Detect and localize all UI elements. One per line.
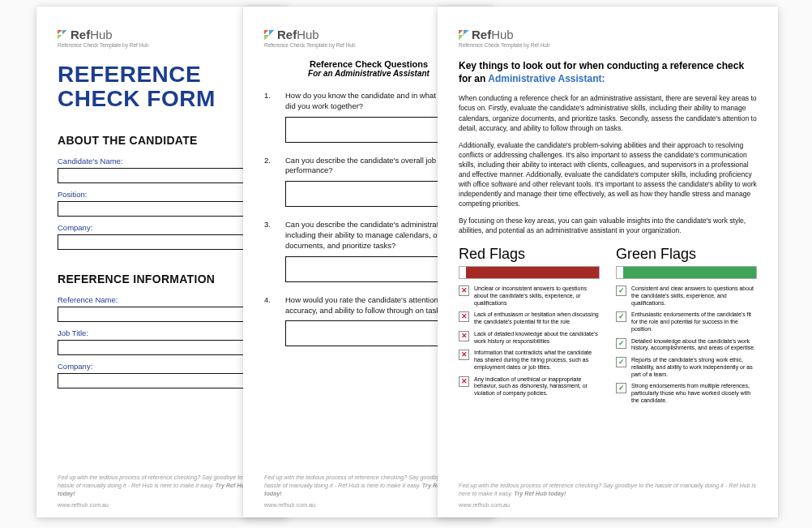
flag-item: ✓Reports of the candidate's strong work …	[616, 357, 757, 378]
guide-title: Key things to look out for when conducti…	[459, 59, 757, 85]
flag-text: Consistent and clear answers to question…	[631, 285, 757, 307]
x-icon: ✕	[459, 331, 469, 341]
brand-name-thin: Hub	[297, 28, 319, 41]
brand-logo: RefHub Reference Check Template by Ref H…	[58, 28, 267, 48]
x-icon: ✕	[459, 311, 469, 322]
green-bar	[616, 266, 757, 279]
flag-text: Enthusiastic endorsements of the candida…	[631, 311, 757, 333]
flag-text: Any indication of unethical or inappropr…	[474, 376, 600, 397]
x-icon: ✕	[459, 285, 469, 296]
flag-item: ✕Lack of enthusiasm or hesitation when d…	[459, 311, 600, 326]
brand-tagline: Reference Check Template by Ref Hub	[58, 42, 267, 48]
red-flags-column: Red Flags ✕Unclear or inconsistent answe…	[459, 244, 600, 410]
logo-icon	[264, 30, 274, 40]
question-number: 1.	[264, 91, 274, 112]
section-reference-info: REFERENCE INFORMATION	[58, 273, 267, 285]
flag-text: Detailed knowledge about the candidate's…	[631, 338, 757, 353]
field-label: Company:	[58, 223, 267, 232]
title-role: Administrative Assistant:	[488, 73, 605, 84]
guide-paragraph: When conducting a reference check for an…	[459, 93, 757, 132]
field-label: Reference Name:	[58, 295, 267, 304]
check-icon: ✓	[616, 338, 626, 349]
text-field[interactable]	[58, 168, 267, 183]
flag-item: ✕Information that contradicts what the c…	[459, 350, 600, 371]
logo-icon	[459, 30, 468, 40]
x-icon: ✕	[459, 350, 469, 360]
document-page-3: RefHub Reference Check Template by Ref H…	[438, 6, 778, 517]
brand-name-bold: Ref	[71, 28, 90, 41]
check-icon: ✓	[616, 357, 626, 367]
guide-paragraph: Additionally, evaluate the candidate's p…	[459, 140, 757, 208]
flag-text: Lack of enthusiasm or hesitation when di…	[474, 311, 600, 326]
flag-text: Lack of detailed knowledge about the can…	[474, 331, 600, 346]
brand-logo: RefHub Reference Check Template by Ref H…	[459, 28, 757, 48]
field-label: Position:	[58, 190, 267, 199]
red-bar	[459, 266, 600, 279]
field-label: Job Title:	[58, 328, 267, 337]
page-footer: Fed up with the tedious process of refer…	[58, 466, 267, 517]
title-line-1: REFERENCE	[58, 62, 267, 87]
title-line-2: CHECK FORM	[58, 87, 267, 111]
flag-item: ✕Lack of detailed knowledge about the ca…	[459, 331, 600, 346]
field-label: Company:	[58, 362, 267, 371]
flag-item: ✓Detailed knowledge about the candidate'…	[616, 338, 757, 353]
field-label: Candidate's Name:	[58, 157, 267, 165]
flag-text: Information that contradicts what the ca…	[474, 350, 600, 371]
green-flags-column: Green Flags ✓Consistent and clear answer…	[616, 244, 757, 410]
footer-url: www.refhub.com.au	[459, 501, 757, 509]
x-icon: ✕	[459, 376, 469, 387]
check-icon: ✓	[616, 383, 626, 393]
text-field[interactable]	[58, 234, 267, 250]
brand-name-thin: Hub	[491, 28, 514, 41]
red-flags-heading: Red Flags	[459, 246, 600, 263]
flag-item: ✓Consistent and clear answers to questio…	[616, 285, 757, 307]
flags-section: Red Flags ✕Unclear or inconsistent answe…	[459, 244, 757, 410]
logo-icon	[58, 30, 67, 40]
text-field[interactable]	[58, 340, 267, 355]
page-title: REFERENCE CHECK FORM	[58, 62, 267, 111]
flag-item: ✕Any indication of unethical or inapprop…	[459, 376, 600, 397]
flag-item: ✓Enthusiastic endorsements of the candid…	[616, 311, 757, 333]
text-field[interactable]	[58, 201, 267, 217]
flag-item: ✕Unclear or inconsistent answers to ques…	[459, 285, 600, 307]
text-field[interactable]	[58, 373, 267, 388]
question-number: 3.	[264, 220, 274, 251]
footer-cta: Try Ref Hub today!	[514, 490, 566, 497]
question-number: 2.	[264, 156, 274, 177]
brand-name-thin: Hub	[90, 28, 113, 41]
section-about-candidate: ABOUT THE CANDIDATE	[58, 134, 267, 147]
text-field[interactable]	[58, 307, 267, 322]
page-footer: Fed up with the tedious process of refer…	[459, 474, 757, 517]
flag-text: Unclear or inconsistent answers to quest…	[474, 285, 600, 307]
question-number: 4.	[264, 295, 274, 316]
flag-text: Strong endorsements from multiple refere…	[631, 383, 757, 404]
brand-name-bold: Ref	[277, 28, 297, 41]
check-icon: ✓	[616, 285, 626, 296]
footer-url: www.refhub.com.au	[58, 501, 267, 509]
brand-name-bold: Ref	[472, 28, 491, 41]
flag-text: Reports of the candidate's strong work e…	[631, 357, 757, 378]
green-flags-heading: Green Flags	[616, 246, 757, 263]
flag-item: ✓Strong endorsements from multiple refer…	[616, 383, 757, 404]
footer-text: Fed up with the tedious process of refer…	[459, 482, 756, 497]
guide-paragraph: By focusing on these key areas, you can …	[459, 216, 757, 235]
check-icon: ✓	[616, 311, 626, 322]
brand-tagline: Reference Check Template by Ref Hub	[459, 42, 757, 48]
